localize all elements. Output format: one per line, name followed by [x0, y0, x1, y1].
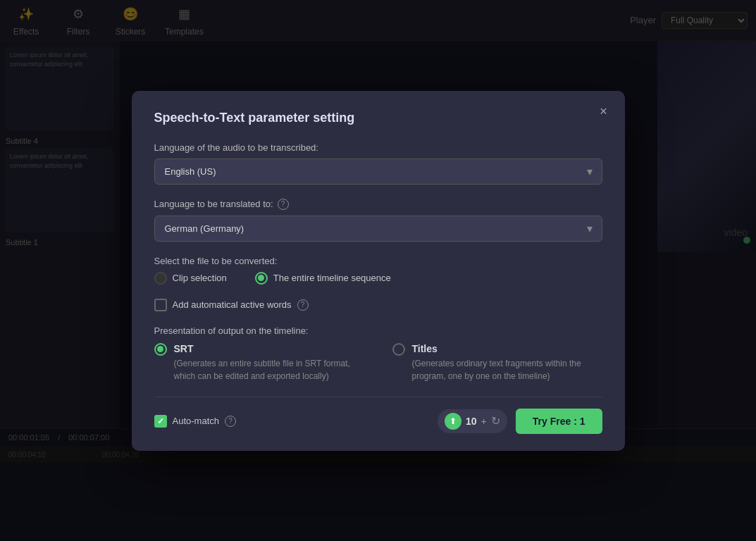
language-audio-label: Language of the audio to be transcribed:	[154, 142, 602, 153]
entire-timeline-option[interactable]: The entire timeline sequence	[255, 272, 391, 285]
srt-desc: (Generates an entire subtitle file in SR…	[174, 357, 364, 383]
credits-count: 10	[466, 416, 477, 427]
entire-timeline-label: The entire timeline sequence	[273, 273, 391, 283]
file-convert-options: Clip selection The entire timeline seque…	[154, 272, 602, 285]
modal-overlay: Speech-to-Text parameter setting × Langu…	[0, 0, 756, 541]
language-audio-select-wrapper: English (US)	[154, 158, 602, 185]
refresh-icon[interactable]: ↻	[491, 414, 500, 428]
titles-option[interactable]: Titles (Generates ordinary text fragment…	[392, 343, 602, 383]
translate-help-icon[interactable]: ?	[278, 199, 289, 210]
credits-icon: ⬆	[445, 413, 461, 430]
language-translate-select[interactable]: German (Germany)	[154, 216, 602, 242]
credits-badge: ⬆ 10 + ↻	[438, 409, 507, 433]
auto-match-checkbox[interactable]	[154, 415, 167, 428]
add-active-words-label: Add automatical active words	[173, 299, 292, 310]
presentation-label: Presentation of output on the timeline:	[154, 325, 602, 336]
modal-footer: Auto-match ? ⬆ 10 + ↻ Try Free : 1	[154, 409, 602, 434]
titles-radio[interactable]	[392, 343, 405, 356]
clip-selection-label: Clip selection	[173, 273, 227, 283]
titles-option-text: Titles (Generates ordinary text fragment…	[412, 343, 602, 383]
file-convert-label: Select the file to be converted:	[154, 256, 602, 266]
language-audio-select[interactable]: English (US)	[154, 158, 602, 185]
srt-option-text: SRT (Generates an entire subtitle file i…	[174, 343, 364, 383]
modal-close-button[interactable]: ×	[594, 102, 614, 122]
credits-plus: +	[481, 416, 487, 427]
auto-match-help-icon[interactable]: ?	[225, 416, 236, 427]
auto-match-label: Auto-match	[173, 416, 219, 426]
titles-desc: (Generates ordinary text fragments withi…	[412, 357, 602, 383]
presentation-section: Presentation of output on the timeline: …	[154, 325, 602, 383]
clip-selection-option[interactable]: Clip selection	[154, 272, 227, 285]
try-free-button[interactable]: Try Free : 1	[516, 409, 602, 434]
output-options: SRT (Generates an entire subtitle file i…	[154, 343, 602, 383]
srt-option[interactable]: SRT (Generates an entire subtitle file i…	[154, 343, 364, 383]
clip-selection-radio[interactable]	[154, 272, 167, 285]
srt-radio[interactable]	[154, 343, 167, 356]
auto-match-checkbox-item[interactable]: Auto-match ?	[154, 415, 236, 428]
language-translate-label: Language to be translated to: ?	[154, 199, 602, 210]
modal-title: Speech-to-Text parameter setting	[154, 111, 602, 125]
speech-to-text-modal: Speech-to-Text parameter setting × Langu…	[132, 91, 625, 451]
add-active-words-checkbox-item[interactable]: Add automatical active words ?	[154, 299, 602, 311]
entire-timeline-radio[interactable]	[255, 272, 268, 285]
srt-label: SRT	[174, 343, 364, 354]
modal-divider	[154, 397, 602, 397]
titles-label: Titles	[412, 343, 602, 354]
add-active-words-checkbox[interactable]	[154, 299, 167, 311]
language-translate-select-wrapper: German (Germany)	[154, 216, 602, 242]
active-words-help-icon[interactable]: ?	[297, 299, 309, 311]
